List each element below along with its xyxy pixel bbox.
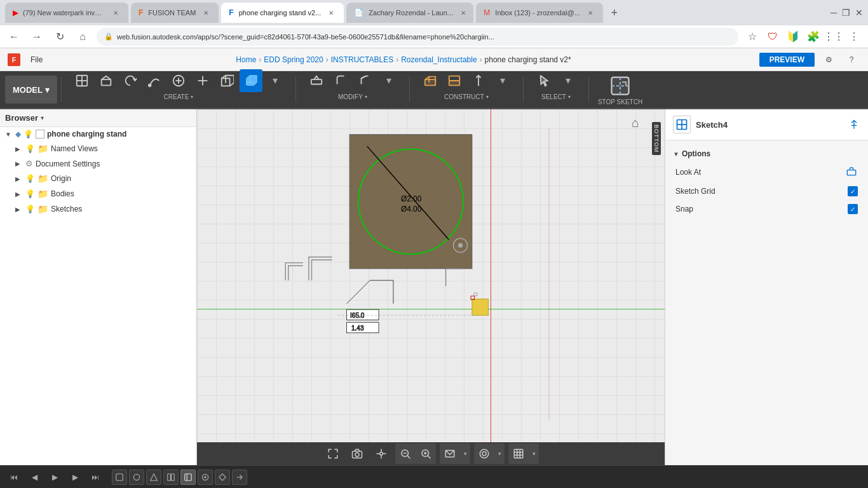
camera-button[interactable]: [347, 444, 367, 464]
tab-zachary[interactable]: 📄 Zachary Rozendal - Laun... ✕: [346, 3, 473, 23]
timeline-prev-begin[interactable]: ⏮: [5, 468, 23, 486]
select-button[interactable]: [532, 69, 555, 92]
model-dropdown[interactable]: MODEL ▾: [5, 76, 57, 104]
browser-item-bodies[interactable]: ▶ 💡 📁 Bodies: [0, 186, 196, 201]
preview-button[interactable]: PREVIEW: [759, 53, 815, 67]
tl-item-6[interactable]: [198, 470, 213, 485]
construct-more-button[interactable]: ▾: [491, 69, 514, 92]
timeline-prev[interactable]: ◀: [25, 468, 43, 486]
tab-close-charging[interactable]: ✕: [326, 8, 336, 18]
display-mode-button[interactable]: [440, 444, 460, 464]
home-button[interactable]: ⌂: [74, 28, 92, 46]
reload-button[interactable]: ↻: [51, 28, 69, 46]
sketches-expand[interactable]: ▶: [15, 206, 23, 213]
origin-expand[interactable]: ▶: [15, 175, 23, 182]
tl-item-1[interactable]: [112, 470, 127, 485]
press-pull-button[interactable]: [305, 69, 328, 92]
extrude-button[interactable]: [95, 69, 118, 92]
browser-item-root[interactable]: ▼ ◆ 💡 phone charging stand: [0, 127, 196, 141]
back-button[interactable]: ←: [5, 28, 23, 46]
tab-gmail[interactable]: M Inbox (123) - zrozendal@... ✕: [476, 3, 602, 23]
minimize-button[interactable]: ─: [831, 8, 837, 18]
stop-sketch-button[interactable]: STOP SKETCH: [593, 72, 648, 108]
tab-fusion-team[interactable]: F FUSION TEAM ✕: [131, 3, 219, 23]
snap-checkbox[interactable]: ✓: [848, 204, 858, 214]
browser-item-sketches[interactable]: ▶ 💡 📁 Sketches: [0, 201, 196, 217]
timeline-next-end[interactable]: ⏭: [86, 468, 104, 486]
breadcrumb-edd[interactable]: EDD Spring 2020: [264, 55, 323, 64]
tab-youtube[interactable]: ▶ (79) New waterpark inver... ✕: [5, 3, 128, 23]
root-expand-arrow[interactable]: ▼: [5, 131, 13, 138]
menu-button[interactable]: ⋮: [845, 28, 863, 46]
modify-more-button[interactable]: ▾: [377, 69, 400, 92]
midplane-button[interactable]: [443, 69, 466, 92]
construct-chevron[interactable]: ▾: [486, 94, 489, 100]
tl-item-7[interactable]: [215, 470, 230, 485]
browser-item-doc-settings[interactable]: ▶ ⚙ Document Settings: [0, 156, 196, 171]
pin-icon[interactable]: [848, 118, 860, 131]
tl-item-2[interactable]: [129, 470, 144, 485]
zoom-in-button[interactable]: [416, 444, 436, 464]
vpn-button[interactable]: 🔰: [784, 28, 802, 46]
browser-item-origin[interactable]: ▶ 💡 📁 Origin: [0, 171, 196, 186]
box-button[interactable]: [215, 69, 238, 92]
doc-settings-expand[interactable]: ▶: [15, 160, 23, 167]
sweep-button[interactable]: [143, 69, 166, 92]
pan-button[interactable]: [371, 444, 391, 464]
viewport[interactable]: Ø2.00 Ø4.00: [197, 109, 665, 465]
fit-all-button[interactable]: [323, 444, 343, 464]
zoom-fit-button[interactable]: [395, 444, 416, 464]
axis-button[interactable]: [467, 69, 490, 92]
tl-item-5[interactable]: [180, 470, 196, 485]
home-viewport-icon[interactable]: ⌂: [632, 116, 639, 130]
breadcrumb-instructables[interactable]: INSTRUCTABLES: [331, 55, 393, 64]
revolve-button[interactable]: [119, 69, 142, 92]
puzzle-button[interactable]: 🧩: [804, 28, 822, 46]
timeline-next[interactable]: ▶: [66, 468, 84, 486]
offset-plane-button[interactable]: [419, 69, 442, 92]
named-views-expand[interactable]: ▶: [15, 146, 23, 152]
chamfer-button[interactable]: [353, 69, 376, 92]
timeline-play[interactable]: ▶: [46, 468, 64, 486]
solid-button[interactable]: [240, 69, 262, 92]
tl-item-3[interactable]: [146, 470, 161, 485]
select-more-button[interactable]: ▾: [557, 69, 580, 92]
breadcrumb-rozendal[interactable]: Rozendal_Instructable: [401, 55, 477, 64]
modify-chevron[interactable]: ▾: [365, 94, 367, 100]
restore-button[interactable]: ❐: [842, 8, 850, 18]
look-at-icon[interactable]: [845, 166, 858, 179]
tab-close-zachary[interactable]: ✕: [458, 8, 468, 18]
tab-close-gmail[interactable]: ✕: [585, 8, 595, 18]
browser-expand-icon[interactable]: ▾: [41, 114, 44, 121]
grid-button[interactable]: [508, 444, 529, 464]
url-bar[interactable]: 🔒 web.fusion.autodesk.com/app/sc/?scene_…: [97, 28, 738, 46]
new-tab-button[interactable]: +: [606, 4, 623, 22]
sketch-grid-checkbox[interactable]: ✓: [848, 186, 858, 196]
options-header[interactable]: ▼ Options: [665, 146, 868, 162]
browser-item-named-views[interactable]: ▶ 💡 📁 Named Views: [0, 141, 196, 156]
close-button[interactable]: ✕: [855, 8, 863, 18]
plus-button[interactable]: [191, 69, 214, 92]
grid-chevron[interactable]: ▾: [529, 444, 539, 464]
help-icon[interactable]: ?: [843, 51, 860, 69]
bodies-expand[interactable]: ▶: [15, 191, 23, 198]
bookmark-button[interactable]: ☆: [743, 28, 761, 46]
tl-item-8[interactable]: [232, 470, 247, 485]
tab-close-youtube[interactable]: ✕: [111, 8, 121, 18]
tl-item-4[interactable]: [163, 470, 179, 485]
settings-icon[interactable]: ⚙: [820, 51, 837, 69]
select-chevron[interactable]: ▾: [568, 94, 571, 100]
apps-button[interactable]: ⋮⋮: [825, 28, 843, 46]
add-button[interactable]: [167, 69, 190, 92]
extensions-button[interactable]: 🛡: [764, 28, 782, 46]
file-menu[interactable]: File: [25, 53, 48, 67]
visual-style-button[interactable]: [474, 444, 494, 464]
forward-button[interactable]: →: [28, 28, 46, 46]
fillet-button[interactable]: [329, 69, 352, 92]
tab-close-fusion-team[interactable]: ✕: [201, 8, 211, 18]
display-chevron[interactable]: ▾: [460, 444, 470, 464]
sketch-button[interactable]: [71, 69, 93, 92]
breadcrumb-home[interactable]: Home: [236, 55, 256, 64]
tab-phone-charging[interactable]: F phone charging stand v2... ✕: [221, 3, 344, 23]
create-chevron[interactable]: ▾: [191, 94, 193, 100]
